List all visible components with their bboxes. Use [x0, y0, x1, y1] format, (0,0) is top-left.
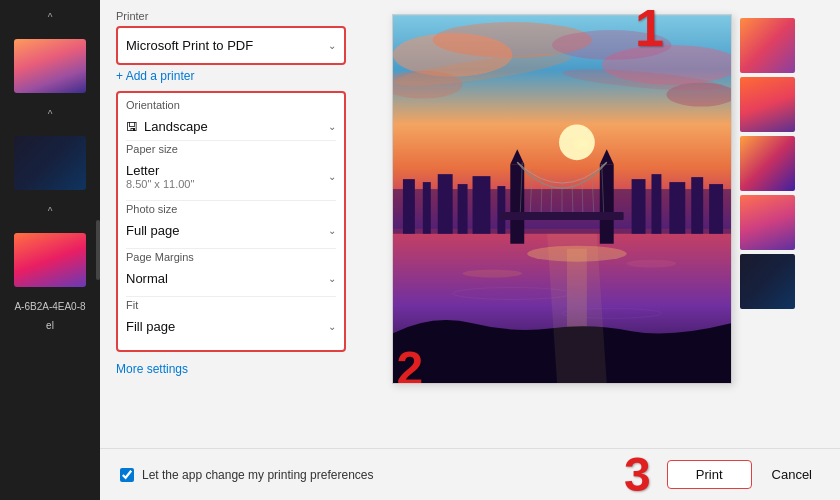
- sidebar-chevron-up-2[interactable]: ^: [46, 107, 55, 122]
- photo-size-select-row[interactable]: Full page ⌄: [126, 219, 336, 242]
- page-margins-title: Page Margins: [126, 251, 336, 263]
- svg-rect-29: [691, 177, 703, 234]
- fit-title: Fit: [126, 299, 336, 311]
- checkbox-text: Let the app change my printing preferenc…: [142, 468, 373, 482]
- paper-size-select-row[interactable]: Letter 8.50" x 11.00" ⌄: [126, 159, 336, 194]
- photo-size-value: Full page: [126, 223, 179, 238]
- paper-size-value: Letter: [126, 163, 194, 178]
- sidebar-label: A-6B2A-4EA0-8: [10, 301, 89, 312]
- svg-rect-23: [457, 184, 467, 234]
- fit-value: Fill page: [126, 319, 175, 334]
- photo-size-block: Photo size Full page ⌄: [126, 203, 336, 242]
- cancel-button[interactable]: Cancel: [764, 461, 820, 488]
- orientation-chevron-icon: ⌄: [328, 121, 336, 132]
- bottom-bar: Let the app change my printing preferenc…: [100, 448, 840, 500]
- svg-point-14: [462, 270, 522, 278]
- orientation-section: Orientation 🖫 Landscape ⌄ Paper size Let…: [116, 91, 346, 352]
- photo-size-chevron-icon: ⌄: [328, 225, 336, 236]
- printer-select-row[interactable]: Microsoft Print to PDF ⌄: [126, 34, 336, 57]
- fit-select-row[interactable]: Fill page ⌄: [126, 315, 336, 338]
- preview-area: 1: [362, 10, 824, 448]
- sidebar-chevron-up-3[interactable]: ^: [46, 204, 55, 219]
- printing-prefs-checkbox[interactable]: [120, 468, 134, 482]
- printer-section: Microsoft Print to PDF ⌄: [116, 26, 346, 65]
- sidebar-thumbnail-2: [14, 136, 86, 190]
- photo-size-title: Photo size: [126, 203, 336, 215]
- page-margins-block: Page Margins Normal ⌄: [126, 251, 336, 290]
- dialog-content: Printer Microsoft Print to PDF ⌄ + Add a…: [100, 0, 840, 448]
- sidebar: ^ ^ ^ A-6B2A-4EA0-8 el: [0, 0, 100, 500]
- orientation-value: 🖫 Landscape: [126, 119, 208, 134]
- svg-rect-28: [669, 182, 685, 234]
- print-button[interactable]: Print: [667, 460, 752, 489]
- add-printer-button[interactable]: + Add a printer: [116, 69, 346, 83]
- page-margins-select-row[interactable]: Normal ⌄: [126, 267, 336, 290]
- svg-rect-22: [437, 174, 452, 234]
- paper-size-sub: 8.50" x 11.00": [126, 178, 194, 190]
- svg-rect-20: [402, 179, 414, 234]
- paper-size-value-group: Letter 8.50" x 11.00": [126, 163, 194, 190]
- badge-1: 1: [635, 2, 664, 54]
- sidebar-divider: [96, 220, 100, 280]
- fit-block: Fit Fill page ⌄: [126, 299, 336, 338]
- checkbox-label[interactable]: Let the app change my printing preferenc…: [120, 468, 612, 482]
- svg-rect-24: [472, 176, 490, 234]
- printer-section-title: Printer: [116, 10, 346, 22]
- svg-rect-27: [651, 174, 661, 234]
- thumb-strip-5: [740, 254, 795, 309]
- orientation-title: Orientation: [126, 99, 336, 111]
- print-dialog: Printer Microsoft Print to PDF ⌄ + Add a…: [100, 0, 840, 500]
- svg-rect-31: [510, 164, 524, 244]
- printer-value: Microsoft Print to PDF: [126, 38, 253, 53]
- page-margins-value: Normal: [126, 271, 168, 286]
- badge-2: 2: [397, 345, 424, 384]
- sidebar-thumbnail-3: [14, 233, 86, 287]
- svg-rect-30: [709, 184, 723, 234]
- svg-point-2: [559, 124, 595, 160]
- thumb-strip-2: [740, 77, 795, 132]
- svg-rect-26: [631, 179, 645, 234]
- side-thumbnails: [740, 18, 795, 309]
- thumb-strip-4: [740, 195, 795, 250]
- sidebar-thumbnail-1: [14, 39, 86, 93]
- thumb-strip-3: [740, 136, 795, 191]
- print-settings-panel: Printer Microsoft Print to PDF ⌄ + Add a…: [116, 10, 346, 448]
- orientation-select-row[interactable]: 🖫 Landscape ⌄: [126, 115, 336, 138]
- paper-size-title: Paper size: [126, 143, 336, 155]
- preview-svg: [393, 15, 731, 383]
- thumb-strip-1: [740, 18, 795, 73]
- sidebar-chevron-up-1[interactable]: ^: [46, 10, 55, 25]
- svg-rect-25: [497, 186, 505, 234]
- fit-chevron-icon: ⌄: [328, 321, 336, 332]
- landscape-icon: 🖫: [126, 120, 138, 134]
- svg-rect-21: [422, 182, 430, 234]
- badge-3-container: 3: [624, 451, 655, 499]
- print-preview: 2: [392, 14, 732, 384]
- more-settings-link[interactable]: More settings: [116, 362, 346, 376]
- badge-3: 3: [624, 448, 651, 501]
- svg-point-15: [626, 260, 676, 268]
- sidebar-short-label: el: [42, 320, 58, 331]
- paper-size-chevron-icon: ⌄: [328, 171, 336, 182]
- paper-size-block: Paper size Letter 8.50" x 11.00" ⌄: [126, 143, 336, 194]
- svg-rect-44: [500, 212, 623, 220]
- page-margins-chevron-icon: ⌄: [328, 273, 336, 284]
- printer-chevron-icon: ⌄: [328, 40, 336, 51]
